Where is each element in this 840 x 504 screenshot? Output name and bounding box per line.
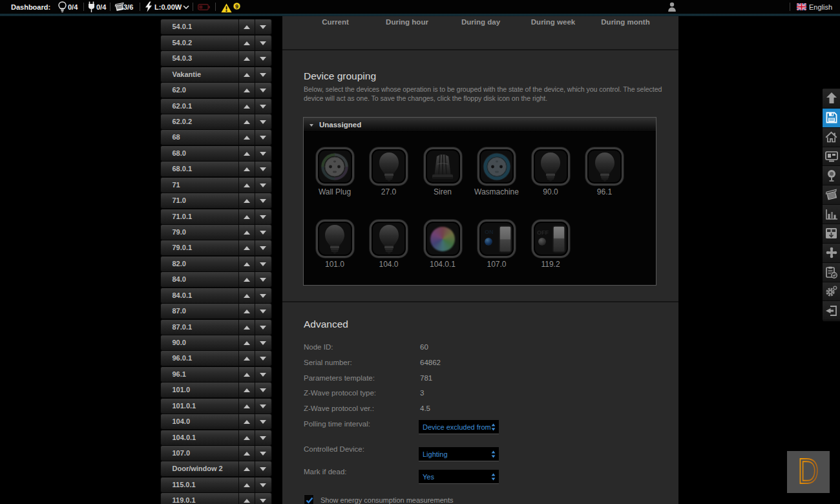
svg-text:ON: ON [485, 229, 494, 235]
svg-text:OFF: OFF [537, 229, 549, 236]
svg-text:9: 9 [235, 3, 238, 10]
svg-text:D: D [798, 451, 819, 491]
